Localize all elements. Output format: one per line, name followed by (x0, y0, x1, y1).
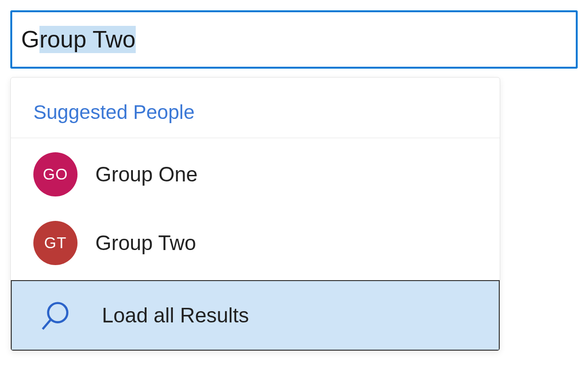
svg-point-0 (48, 303, 68, 322)
search-icon (40, 299, 73, 332)
svg-line-1 (43, 320, 51, 329)
avatar: GO (33, 152, 77, 196)
people-list: GO Group One GT Group Two (11, 138, 500, 280)
person-name: Group One (95, 163, 198, 186)
person-item-group-two[interactable]: GT Group Two (11, 214, 500, 272)
suggestions-header-text: Suggested People (33, 101, 194, 123)
search-input[interactable]: Group Two (10, 10, 578, 69)
search-text-selected: roup Two (39, 26, 136, 53)
person-item-group-one[interactable]: GO Group One (11, 146, 500, 203)
load-all-results-button[interactable]: Load all Results (11, 280, 500, 351)
load-all-results-label: Load all Results (102, 304, 249, 327)
person-name: Group Two (95, 231, 196, 255)
search-text-unselected: G (21, 26, 39, 53)
avatar: GT (33, 221, 77, 265)
avatar-initials: GO (43, 165, 68, 183)
search-input-text: Group Two (12, 26, 136, 53)
avatar-initials: GT (44, 234, 67, 252)
suggestions-dropdown: Suggested People GO Group One GT Group T… (10, 77, 500, 351)
suggestions-header: Suggested People (11, 78, 500, 138)
